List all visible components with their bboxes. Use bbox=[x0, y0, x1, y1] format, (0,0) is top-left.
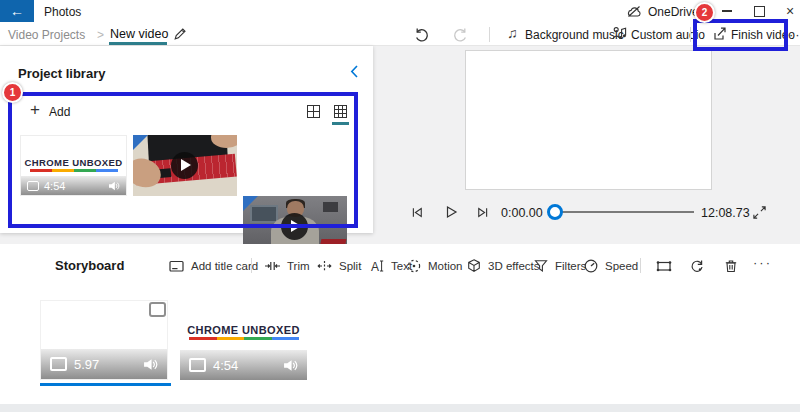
back-button[interactable]: ← bbox=[0, 0, 34, 22]
motion-button[interactable]: Motion bbox=[406, 256, 463, 276]
filters-button[interactable]: Filters bbox=[533, 256, 586, 276]
breadcrumb-root[interactable]: Video Projects bbox=[8, 28, 85, 42]
motion-icon bbox=[406, 258, 422, 274]
film-frame-icon bbox=[50, 357, 67, 371]
previous-frame-button[interactable] bbox=[410, 205, 425, 220]
annotation-badge-2: 2 bbox=[694, 2, 715, 23]
clip-duration: 4:54 bbox=[213, 358, 238, 373]
breadcrumb-current[interactable]: New video bbox=[110, 27, 168, 41]
undo-button[interactable] bbox=[414, 27, 430, 43]
svg-text:A: A bbox=[371, 260, 379, 274]
text-icon: A bbox=[369, 258, 385, 274]
filters-icon bbox=[533, 258, 549, 274]
project-library-title: Project library bbox=[18, 66, 105, 81]
back-arrow-icon: ← bbox=[10, 3, 24, 19]
rename-pencil-icon[interactable] bbox=[172, 26, 188, 42]
elapsed-time: 0:00.00 bbox=[501, 206, 543, 220]
app-title: Photos bbox=[44, 5, 81, 19]
trim-icon bbox=[264, 258, 281, 274]
photos-app-window: ← Photos OneDrive × Video Projects > New… bbox=[0, 0, 800, 412]
selected-clip-underline bbox=[40, 383, 171, 386]
minimize-icon bbox=[722, 10, 732, 12]
total-time: 12:08.73 bbox=[701, 206, 750, 220]
breadcrumb-separator: > bbox=[97, 28, 104, 42]
annotation-rect-2 bbox=[693, 19, 788, 51]
speed-button[interactable]: Speed bbox=[583, 256, 638, 276]
speaker-icon bbox=[143, 358, 158, 371]
rotate-button[interactable] bbox=[689, 256, 705, 276]
logo-color-stripe bbox=[189, 337, 299, 340]
film-frame-icon bbox=[189, 358, 206, 372]
rotate-icon bbox=[689, 258, 705, 274]
bottom-scrollbar-track[interactable] bbox=[0, 404, 800, 412]
storyboard-title: Storyboard bbox=[55, 258, 124, 273]
speaker-icon bbox=[283, 359, 298, 372]
onedrive-label[interactable]: OneDrive bbox=[648, 5, 699, 19]
storyboard-divider bbox=[251, 258, 252, 273]
storyboard-more-button[interactable]: ··· bbox=[753, 252, 772, 272]
redo-button[interactable] bbox=[452, 27, 468, 43]
speed-icon bbox=[583, 258, 599, 274]
split-icon bbox=[316, 258, 333, 274]
close-icon: × bbox=[786, 3, 794, 19]
seek-bar-track[interactable] bbox=[556, 211, 694, 213]
play-button[interactable] bbox=[443, 204, 459, 220]
background-music-button[interactable]: Background music bbox=[525, 28, 624, 42]
split-button[interactable]: Split bbox=[316, 256, 361, 276]
chrome-unboxed-logo: CHROME UNBOXED bbox=[180, 324, 307, 336]
add-title-card-button[interactable]: Add title card bbox=[168, 256, 258, 276]
background-music-icon: ♫ bbox=[507, 25, 518, 41]
close-button[interactable]: × bbox=[781, 2, 799, 20]
fullscreen-icon[interactable] bbox=[752, 205, 767, 220]
maximize-icon bbox=[754, 6, 765, 17]
clip-checkbox[interactable] bbox=[149, 302, 166, 317]
video-preview-canvas bbox=[465, 50, 712, 190]
clip-duration: 5.97 bbox=[74, 357, 99, 372]
trim-button[interactable]: Trim bbox=[264, 256, 310, 276]
annotation-badge-1: 1 bbox=[2, 82, 23, 103]
next-frame-button[interactable] bbox=[475, 205, 490, 220]
toolbar-divider bbox=[489, 27, 490, 42]
title-card-icon bbox=[168, 258, 185, 274]
storyboard-divider bbox=[640, 258, 641, 273]
toolbar-divider bbox=[690, 27, 691, 42]
clip-info-bar: 4:54 bbox=[180, 350, 307, 380]
maximize-button[interactable] bbox=[750, 2, 768, 20]
custom-audio-icon bbox=[612, 26, 627, 41]
clip-info-bar: 5.97 bbox=[41, 349, 167, 379]
playhead-knob[interactable] bbox=[547, 204, 563, 220]
3d-effects-button[interactable]: 3D effects bbox=[466, 256, 540, 276]
collapse-chevron-icon[interactable] bbox=[348, 64, 360, 79]
delete-button[interactable] bbox=[723, 256, 739, 276]
aspect-ratio-icon bbox=[655, 258, 673, 274]
annotation-rect-1 bbox=[8, 92, 358, 228]
onedrive-cloud-icon bbox=[626, 5, 643, 18]
storyboard-clip-logo-card[interactable]: CHROME UNBOXED 4:54 bbox=[180, 300, 307, 380]
more-options-button[interactable]: ··· bbox=[789, 27, 800, 42]
trash-icon bbox=[723, 258, 739, 274]
3d-effects-icon bbox=[466, 258, 482, 274]
minimize-button[interactable] bbox=[718, 2, 736, 20]
resize-button[interactable] bbox=[655, 256, 673, 276]
